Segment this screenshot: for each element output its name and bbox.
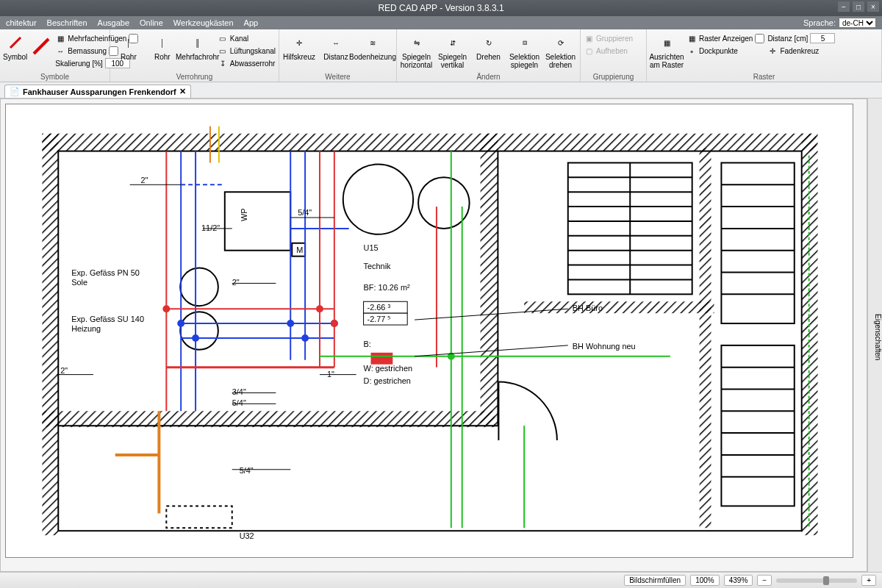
svg-rect-23	[721, 162, 794, 323]
svg-rect-4	[42, 411, 495, 427]
gruppieren-button[interactable]: ▣Gruppieren	[584, 32, 633, 44]
raster-anzeigen-checkbox[interactable]	[755, 34, 764, 43]
menu-architektur[interactable]: chitektur	[6, 18, 37, 27]
selektion-spiegeln-button[interactable]: ⧈Selektion spiegeln	[508, 31, 541, 69]
zoom-current: 439%	[724, 575, 753, 586]
svg-point-41	[180, 312, 218, 350]
svg-point-73	[448, 354, 454, 359]
aufheben-button[interactable]: ▢Aufheben	[584, 45, 633, 57]
dockpunkte-toggle[interactable]: ∘Dockpunkte	[686, 45, 764, 57]
svg-text:Exp. Gefäss PN 50: Exp. Gefäss PN 50	[71, 268, 140, 277]
status-bar: Bildschirmfüllen 100% 439% − +	[0, 572, 882, 588]
properties-panel-tab[interactable]: Eigenschaften	[867, 98, 882, 572]
lueftungskanal-button[interactable]: ▭Lüftungskanal	[218, 45, 276, 57]
document-title: Fankhauser Aussparungen Frenkendorf	[23, 87, 176, 96]
svg-text:5/4": 5/4"	[240, 466, 254, 475]
drawing-canvas[interactable]: Exp. Gefäss PN 50 Sole Exp. Gefäss SU 14…	[5, 104, 853, 558]
kanal-button[interactable]: ▭Kanal	[218, 32, 276, 44]
svg-text:-2.77 ⁵: -2.77 ⁵	[368, 315, 391, 323]
svg-text:11/2": 11/2"	[201, 223, 220, 232]
dimension-icon: ↔	[55, 46, 65, 56]
symbol-button[interactable]: Symbol	[3, 31, 27, 61]
maximize-button[interactable]: □	[853, 1, 864, 12]
svg-text:Heizung: Heizung	[71, 324, 101, 333]
svg-rect-8	[524, 301, 714, 313]
canvas-viewport[interactable]: Exp. Gefäss PN 50 Sole Exp. Gefäss SU 14…	[0, 98, 867, 572]
spiegeln-horizontal-button[interactable]: ⇋Spiegeln horizontal	[400, 31, 433, 69]
fadenkreuz-toggle[interactable]: ✛Fadenkreuz	[767, 45, 835, 57]
document-tab-bar: 📄 Fankhauser Aussparungen Frenkendorf ✕	[0, 82, 882, 98]
svg-rect-30	[721, 345, 794, 506]
hilfskreuz-button[interactable]: ✛Hilfskreuz	[282, 31, 316, 61]
svg-text:W: gestrichen: W: gestrichen	[364, 364, 412, 373]
svg-text:Exp. Gefäss SU 140: Exp. Gefäss SU 140	[71, 315, 144, 323]
svg-text:WP: WP	[240, 208, 248, 221]
raster-anzeigen-toggle[interactable]: ▦Raster Anzeigen	[686, 32, 764, 44]
vent-icon: ▭	[218, 46, 228, 56]
svg-point-38	[343, 164, 413, 234]
svg-text:2": 2"	[232, 278, 240, 287]
group-label-raster: Raster	[650, 72, 878, 82]
zoom-100-button[interactable]: 100%	[690, 575, 720, 586]
zoom-out-button[interactable]: −	[757, 575, 772, 586]
svg-point-65	[317, 306, 323, 312]
svg-text:M: M	[296, 245, 303, 254]
duct-icon: ▭	[218, 33, 228, 43]
menu-werkzeugkaesten[interactable]: Werkzeugkästen	[173, 18, 234, 27]
menu-bar: chitektur Beschriften Ausgabe Online Wer…	[0, 16, 882, 29]
spiegeln-vertikal-button[interactable]: ⇵Spiegeln vertikal	[436, 31, 469, 69]
svg-point-64	[163, 306, 169, 312]
group-label-aendern: Ändern	[400, 72, 577, 82]
bildschirmfuellen-button[interactable]: Bildschirmfüllen	[624, 575, 686, 586]
zoom-slider[interactable]	[776, 578, 857, 583]
dock-icon: ∘	[686, 46, 697, 56]
ausrichten-raster-button[interactable]: ▦Ausrichten am Raster	[650, 31, 684, 69]
raster-distanz-row: Distanz [cm]	[767, 32, 835, 44]
svg-text:BH Büro: BH Büro	[573, 304, 603, 312]
flip-v-icon: ⇵	[444, 34, 462, 51]
svg-rect-42	[225, 192, 290, 250]
bodenheizung-button[interactable]: ≋Bodenheizung	[356, 31, 390, 61]
svg-text:BF:  10.26   m²: BF: 10.26 m²	[364, 283, 410, 292]
pipe-icon: │	[154, 34, 171, 51]
selektion-drehen-button[interactable]: ⟳Selektion drehen	[544, 31, 577, 69]
svg-point-40	[180, 268, 218, 306]
multi-insert-icon: ▦	[55, 33, 65, 43]
minimize-button[interactable]: −	[838, 1, 850, 12]
rohr-button-2[interactable]: │Rohr	[147, 31, 178, 61]
svg-text:Technik: Technik	[364, 262, 392, 270]
svg-text:-2.66 ³: -2.66 ³	[368, 303, 391, 312]
symbol-icon	[7, 34, 24, 51]
app-title: RED CAD APP - Version 3.8.3.1	[378, 3, 503, 13]
close-button[interactable]: ×	[867, 1, 879, 12]
drehen-button[interactable]: ↻Drehen	[472, 31, 505, 61]
title-bar: RED CAD APP - Version 3.8.3.1 − □ ×	[0, 0, 882, 16]
distanz-button[interactable]: ↔Distanz	[319, 31, 353, 61]
drain-icon: ↧	[218, 58, 228, 68]
svg-text:U15: U15	[364, 243, 379, 252]
svg-rect-10	[58, 151, 801, 531]
menu-ausgabe[interactable]: Ausgabe	[98, 18, 129, 27]
svg-text:5/4": 5/4"	[298, 208, 312, 217]
menu-app[interactable]: App	[244, 18, 259, 27]
group-icon: ▣	[584, 33, 594, 43]
mehrfachrohr-button[interactable]: ║Mehrfachrohr	[181, 31, 215, 61]
rohr-button-1[interactable]: │Rohr	[113, 31, 144, 61]
menu-online[interactable]: Online	[140, 18, 163, 27]
svg-rect-67	[371, 353, 393, 365]
raster-distanz-input[interactable]	[810, 33, 835, 43]
floor-plan[interactable]: Exp. Gefäss PN 50 Sole Exp. Gefäss SU 14…	[6, 104, 853, 557]
language-select[interactable]: de-CH	[839, 18, 876, 28]
floor-heating-icon: ≋	[364, 34, 381, 51]
menu-beschriften[interactable]: Beschriften	[47, 18, 87, 27]
zoom-in-button[interactable]: +	[861, 575, 876, 586]
svg-rect-5	[481, 134, 498, 426]
close-tab-button[interactable]: ✕	[179, 87, 186, 96]
svg-text:Sole: Sole	[71, 278, 87, 287]
svg-text:BH Wohnung neu: BH Wohnung neu	[573, 342, 636, 351]
svg-point-66	[331, 320, 337, 326]
abwasserrohr-button[interactable]: ↧Abwasserrohr	[218, 57, 276, 69]
svg-rect-6	[42, 134, 58, 535]
svg-rect-9	[700, 148, 711, 528]
document-tab[interactable]: 📄 Fankhauser Aussparungen Frenkendorf ✕	[4, 85, 191, 98]
